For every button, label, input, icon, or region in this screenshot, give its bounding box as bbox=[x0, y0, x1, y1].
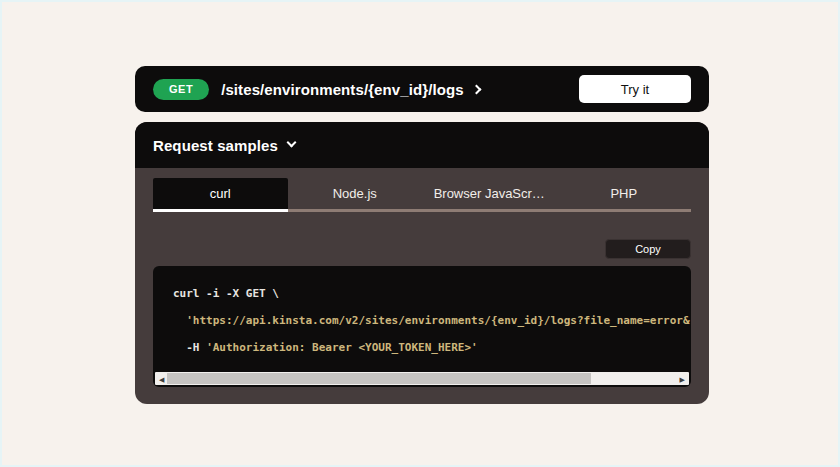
request-samples-body: curl Node.js Browser JavaScr… PHP Copy c… bbox=[135, 168, 709, 387]
code-block: curl -i -X GET \ 'https://api.kinsta.com… bbox=[153, 266, 691, 387]
horizontal-scrollbar[interactable]: ◀ ▶ bbox=[155, 372, 689, 385]
copy-button[interactable]: Copy bbox=[605, 239, 691, 259]
chevron-down-icon bbox=[286, 138, 296, 148]
tab-underline bbox=[153, 209, 691, 212]
code-line-3-auth-string: 'Authorization: Bearer <YOUR_TOKEN_HERE>… bbox=[206, 341, 478, 354]
request-samples-header[interactable]: Request samples bbox=[135, 122, 709, 168]
scrollbar-thumb[interactable] bbox=[167, 373, 591, 384]
tab-php[interactable]: PHP bbox=[557, 178, 692, 209]
code-line-2-url-string: 'https://api.kinsta.com/v2/sites/environ… bbox=[186, 314, 689, 327]
tab-nodejs[interactable]: Node.js bbox=[288, 178, 423, 209]
request-samples-title: Request samples bbox=[153, 137, 278, 154]
code-line-2-indent bbox=[173, 314, 186, 327]
copy-row: Copy bbox=[153, 239, 691, 259]
scroll-left-icon[interactable]: ◀ bbox=[159, 375, 164, 382]
code-line-3-flag: -H bbox=[186, 341, 206, 354]
scroll-right-icon[interactable]: ▶ bbox=[680, 375, 685, 382]
chevron-right-icon[interactable] bbox=[471, 84, 481, 94]
language-tabs: curl Node.js Browser JavaScr… PHP bbox=[153, 178, 691, 209]
page: GET /sites/environments/{env_id}/logs Tr… bbox=[0, 0, 840, 467]
request-samples-panel: Request samples curl Node.js Browser Jav… bbox=[135, 122, 709, 404]
endpoint-bar: GET /sites/environments/{env_id}/logs Tr… bbox=[135, 66, 709, 112]
code-line-3-indent bbox=[173, 341, 186, 354]
code-content: curl -i -X GET \ 'https://api.kinsta.com… bbox=[153, 266, 691, 361]
endpoint-path: /sites/environments/{env_id}/logs bbox=[221, 81, 464, 98]
tab-curl[interactable]: curl bbox=[153, 178, 288, 209]
tab-browser-javascript[interactable]: Browser JavaScr… bbox=[422, 178, 557, 209]
active-tab-indicator bbox=[153, 209, 288, 212]
code-line-1: curl -i -X GET \ bbox=[173, 287, 279, 300]
try-it-button[interactable]: Try it bbox=[579, 75, 691, 103]
method-badge: GET bbox=[153, 79, 209, 100]
